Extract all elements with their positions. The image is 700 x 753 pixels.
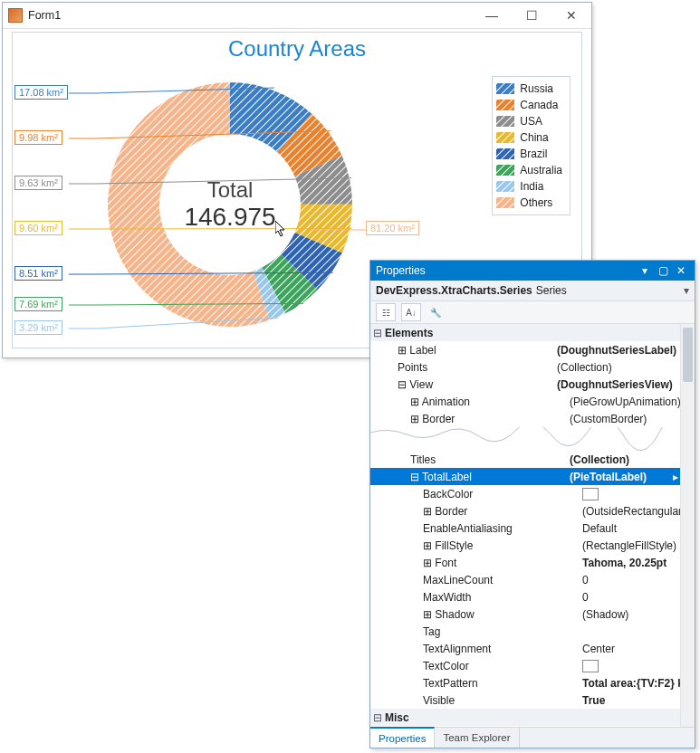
svg-point-24 <box>159 134 301 275</box>
doughnut-svg <box>94 69 366 340</box>
prop-textpattern[interactable]: TextPatternTotal area:{TV:F2} km² <box>370 674 695 691</box>
alphabetical-button[interactable]: A↓ <box>401 303 421 321</box>
chart-title: Country Areas <box>13 36 581 62</box>
tab-team-explorer[interactable]: Team Explorer <box>435 728 519 748</box>
prop-titles[interactable]: Titles(Collection) <box>370 451 695 468</box>
close-button[interactable]: ✕ <box>551 3 591 28</box>
legend-item-canada[interactable]: Canada <box>496 97 562 113</box>
scrollbar[interactable] <box>680 324 695 728</box>
maximize-button[interactable]: ☐ <box>512 3 551 28</box>
svg-rect-5 <box>496 165 514 176</box>
legend-item-usa[interactable]: USA <box>496 113 562 129</box>
data-label-brazil: 8.51 km² <box>14 268 62 279</box>
prop-visible[interactable]: VisibleTrue <box>370 691 695 709</box>
titlebar[interactable]: Form1 — ☐ ✕ <box>3 3 591 29</box>
cat-elements[interactable]: ⊟Elements <box>370 324 695 341</box>
data-label-usa: 9.63 km² <box>14 177 62 188</box>
legend-item-australia[interactable]: Australia <box>496 162 562 178</box>
prop-border[interactable]: ⊞ Border(CustomBorder) <box>370 410 695 427</box>
svg-rect-7 <box>496 197 514 208</box>
tab-properties[interactable]: Properties <box>370 727 435 748</box>
object-selector[interactable]: DevExpress.XtraCharts.Series Series ▾ <box>370 281 695 301</box>
prop-enableaa[interactable]: EnableAntialiasingDefault <box>370 519 695 537</box>
prop-points[interactable]: Points(Collection) <box>370 358 695 376</box>
prop-backcolor[interactable]: BackColor <box>370 485 695 502</box>
torn-gap <box>370 427 695 451</box>
svg-rect-3 <box>496 132 514 143</box>
prop-shadow[interactable]: ⊞ Shadow(Shadow) <box>370 605 695 623</box>
svg-rect-0 <box>496 83 514 94</box>
property-grid[interactable]: ⊟Elements⊞ Label(DoughnutSeriesLabel)Poi… <box>370 324 695 728</box>
svg-rect-2 <box>496 116 514 127</box>
properties-panel: Properties ▾ ▢ ✕ DevExpress.XtraCharts.S… <box>369 260 695 748</box>
legend-item-brazil[interactable]: Brazil <box>496 146 562 162</box>
chart-legend: RussiaCanadaUSAChinaBrazilAustraliaIndia… <box>492 76 571 215</box>
legend-item-others[interactable]: Others <box>496 195 562 211</box>
scrollbar-thumb[interactable] <box>683 328 693 382</box>
doughnut-chart: Total 146.975 17.08 km²9.98 km²9.63 km²9… <box>13 69 384 349</box>
legend-item-russia[interactable]: Russia <box>496 81 562 97</box>
prop-textcolor[interactable]: TextColor <box>370 657 695 674</box>
prop-tag[interactable]: Tag <box>370 623 695 640</box>
categorized-button[interactable]: ☷ <box>376 303 396 321</box>
object-type: DevExpress.XtraCharts.Series <box>376 284 532 297</box>
data-label-australia: 7.69 km² <box>14 299 62 310</box>
prop-view[interactable]: ⊟ View(DoughnutSeriesView) <box>370 376 695 393</box>
object-name: Series <box>536 284 567 297</box>
prop-label[interactable]: ⊞ Label(DoughnutSeriesLabel) <box>370 341 695 358</box>
properties-toolbar: ☷ A↓ 🔧 <box>370 301 695 324</box>
prop-border2[interactable]: ⊞ Border(OutsideRectangularBorder) <box>370 502 695 519</box>
app-icon <box>8 8 23 23</box>
prop-maxwidth[interactable]: MaxWidth0 <box>370 588 695 605</box>
property-pages-button[interactable]: 🔧 <box>427 304 445 320</box>
legend-item-china[interactable]: China <box>496 129 562 146</box>
minimize-button[interactable]: — <box>472 3 512 28</box>
prop-fillstyle[interactable]: ⊞ FillStyle(RectangleFillStyle) <box>370 537 695 554</box>
prop-animation[interactable]: ⊞ Animation(PieGrowUpAnimation) <box>370 393 695 410</box>
chevron-down-icon[interactable]: ▾ <box>684 284 689 297</box>
prop-maxlinecount[interactable]: MaxLineCount0 <box>370 571 695 588</box>
data-label-russia: 17.08 km² <box>14 87 68 98</box>
legend-item-india[interactable]: India <box>496 178 562 195</box>
properties-title: Properties <box>376 264 426 277</box>
window-title: Form1 <box>28 9 61 22</box>
prop-textalign[interactable]: TextAlignmentCenter <box>370 640 695 657</box>
cat-misc[interactable]: ⊟Misc <box>370 709 695 726</box>
dropdown-icon[interactable]: ▾ <box>637 262 653 279</box>
prop-font[interactable]: ⊞ FontTahoma, 20.25pt <box>370 554 695 571</box>
svg-rect-4 <box>496 148 514 159</box>
close-panel-button[interactable]: ✕ <box>673 262 689 279</box>
panel-tabs: Properties Team Explorer <box>370 727 695 748</box>
data-label-china: 9.60 km² <box>14 223 62 234</box>
data-label-canada: 9.98 km² <box>14 132 62 143</box>
properties-titlebar[interactable]: Properties ▾ ▢ ✕ <box>370 261 695 281</box>
data-label-others: 81.20 km² <box>366 223 419 234</box>
data-label-india: 3.29 km² <box>14 322 62 333</box>
svg-rect-1 <box>496 100 514 110</box>
prop-totallabel[interactable]: ⊟ TotalLabel(PieTotalLabel) ▸ <box>370 468 695 485</box>
svg-rect-6 <box>496 181 514 192</box>
pin-icon[interactable]: ▢ <box>655 262 671 279</box>
